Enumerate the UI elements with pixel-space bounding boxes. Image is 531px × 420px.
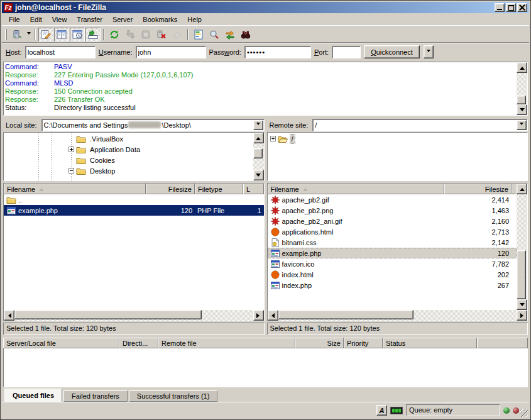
menu-edit[interactable]: Edit	[26, 14, 47, 25]
file-row[interactable]: index.php267	[268, 280, 517, 290]
resize-grip[interactable]	[520, 409, 528, 417]
menu-transfer[interactable]: Transfer	[72, 14, 107, 25]
synchronized-browsing-button[interactable]	[222, 28, 238, 41]
file-row[interactable]: apache_pb2.gif2,414	[268, 194, 517, 205]
file-row[interactable]: apache_pb2.png1,463	[268, 205, 517, 216]
site-manager-button[interactable]	[9, 28, 25, 41]
column-header-filesize[interactable]: Filesize	[444, 184, 512, 194]
local-list-status: Selected 1 file. Total size: 120 bytes	[3, 323, 265, 335]
toggle-transfer-queue-button[interactable]	[85, 28, 101, 41]
file-search-button[interactable]	[207, 28, 222, 41]
local-site-dropdown-button[interactable]	[253, 120, 263, 130]
arrow-right-icon	[256, 313, 262, 318]
host-input[interactable]	[25, 46, 96, 58]
scroll-down-button[interactable]	[517, 299, 527, 310]
local-tree-scrollbar[interactable]	[253, 133, 264, 180]
quickconnect-button[interactable]: Quickconnect	[364, 45, 420, 58]
speed-limits-icon[interactable]	[390, 407, 403, 414]
column-header-last-modified[interactable]: L	[243, 184, 264, 194]
file-row-example-php[interactable]: example.php120	[268, 248, 517, 258]
column-header-priority[interactable]: Priority	[344, 338, 383, 348]
cancel-operation-button[interactable]	[138, 28, 153, 41]
scroll-down-button[interactable]	[517, 104, 527, 115]
local-site-combo[interactable]: C:\Documents and Settings\Desktop\	[41, 119, 265, 131]
file-row[interactable]: apache_pb2_ani.gif2,160	[268, 216, 517, 226]
column-header-filename[interactable]: Filename	[268, 184, 445, 194]
scroll-thumb[interactable]	[278, 310, 413, 319]
column-header-server-local-file[interactable]: Server/Local file	[3, 338, 119, 348]
expand-icon[interactable]	[68, 146, 74, 152]
filter-button[interactable]	[191, 28, 206, 41]
scroll-up-button[interactable]	[517, 184, 527, 194]
scroll-down-button[interactable]	[253, 170, 264, 180]
scroll-left-button[interactable]	[268, 310, 278, 321]
remote-list-header: Filename Filesize	[268, 184, 517, 194]
compare-directories-button[interactable]	[238, 28, 253, 41]
column-header-filesize[interactable]: Filesize	[146, 184, 195, 194]
scroll-right-button[interactable]	[253, 310, 264, 321]
scroll-thumb[interactable]	[517, 250, 526, 299]
menu-help[interactable]: Help	[183, 14, 206, 25]
tree-item-root[interactable]: /	[268, 133, 528, 144]
file-row[interactable]: applications.html2,713	[268, 226, 517, 237]
tree-item-virtualbox[interactable]: .VirtualBox	[4, 133, 253, 144]
column-header-remote-file[interactable]: Remote file	[158, 338, 295, 348]
scroll-left-button[interactable]	[4, 310, 14, 321]
menu-bookmarks[interactable]: Bookmarks	[138, 14, 182, 25]
file-row[interactable]: bitnami.css2,142	[268, 237, 517, 248]
process-queue-button[interactable]	[123, 28, 138, 41]
data-type-indicator[interactable]: A	[376, 405, 387, 416]
file-row[interactable]: index.html202	[268, 269, 517, 280]
chevron-down-icon	[27, 32, 31, 36]
file-row-parent-dir[interactable]: ..	[4, 194, 264, 205]
scroll-thumb[interactable]	[253, 148, 263, 158]
remote-site-dropdown-button[interactable]	[517, 120, 527, 130]
column-header-filename[interactable]: Filename	[4, 184, 146, 194]
clear-queue-button[interactable]	[170, 28, 185, 41]
toggle-local-tree-button[interactable]	[54, 28, 69, 41]
password-input[interactable]	[244, 46, 311, 58]
scroll-thumb[interactable]	[517, 96, 526, 104]
local-file-list-pane: Filename Filesize Filetype L .. example.…	[3, 183, 265, 335]
close-button[interactable]	[517, 3, 527, 12]
menu-server[interactable]: Server	[108, 14, 137, 25]
maximize-button[interactable]	[506, 3, 516, 12]
toggle-message-log-button[interactable]	[38, 28, 53, 41]
toggle-remote-tree-button[interactable]	[70, 28, 85, 41]
tree-item-application-data[interactable]: Application Data	[4, 144, 253, 155]
scroll-up-button[interactable]	[517, 62, 527, 73]
minimize-button[interactable]	[495, 3, 505, 12]
refresh-button[interactable]	[107, 28, 122, 41]
column-header-status[interactable]: Status	[383, 338, 477, 348]
tab-successful-transfers[interactable]: Successful transfers (1)	[129, 390, 218, 402]
scroll-up-button[interactable]	[253, 133, 264, 143]
quickconnect-dropdown-button[interactable]	[424, 45, 434, 58]
remote-list-scrollbar[interactable]	[517, 184, 527, 310]
tree-item-cookies[interactable]: Cookies	[4, 155, 253, 165]
queue-tabs: Queued files Failed transfers Successful…	[2, 387, 529, 402]
local-list-hscrollbar[interactable]	[4, 310, 264, 321]
log-scrollbar[interactable]	[517, 62, 527, 115]
scroll-thumb[interactable]	[14, 310, 202, 319]
column-header-direction[interactable]: Directi...	[119, 338, 158, 348]
tree-item-desktop[interactable]: Desktop	[4, 165, 253, 176]
tab-queued-files[interactable]: Queued files	[4, 389, 62, 402]
site-manager-dropdown-button[interactable]	[25, 28, 32, 41]
remote-file-rows: apache_pb2.gif2,414 apache_pb2.png1,463 …	[268, 194, 517, 310]
remote-list-hscrollbar[interactable]	[268, 310, 528, 321]
collapse-icon[interactable]	[68, 168, 74, 174]
log-label: Response:	[5, 96, 54, 104]
menu-file[interactable]: File	[4, 14, 25, 25]
column-header-filetype[interactable]: Filetype	[195, 184, 243, 194]
disconnect-button[interactable]	[154, 28, 169, 41]
file-row-example-php[interactable]: example.php 120 PHP File 1	[4, 205, 264, 216]
expand-icon[interactable]	[270, 136, 276, 141]
tab-failed-transfers[interactable]: Failed transfers	[63, 390, 128, 402]
menu-view[interactable]: View	[48, 14, 72, 25]
column-header-size[interactable]: Size	[295, 338, 344, 348]
port-input[interactable]	[332, 46, 361, 58]
remote-site-combo[interactable]: /	[312, 119, 528, 131]
file-row[interactable]: favicon.ico7,782	[268, 258, 517, 269]
scroll-right-button[interactable]	[517, 310, 527, 321]
username-input[interactable]	[136, 46, 206, 58]
